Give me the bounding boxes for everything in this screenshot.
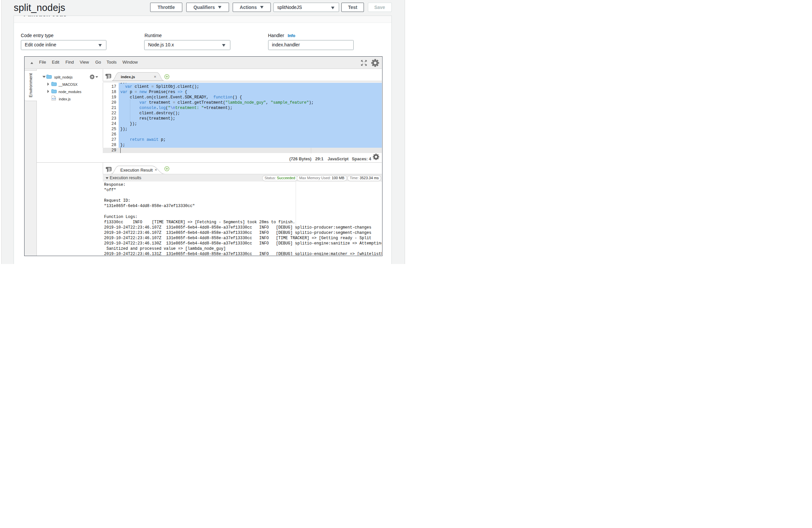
svg-text:<>: <>	[52, 97, 56, 100]
